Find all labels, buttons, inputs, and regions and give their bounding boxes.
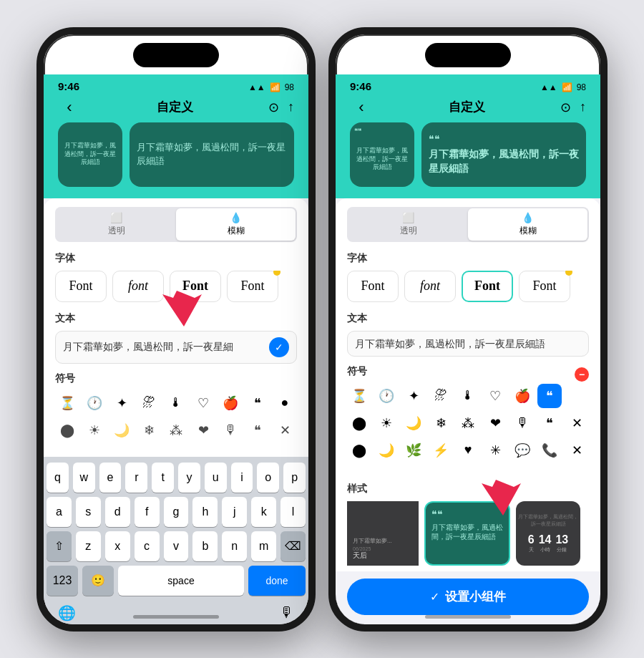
symbol-1-7[interactable]: ❝ xyxy=(245,391,270,415)
sym2-1-8[interactable] xyxy=(565,384,589,408)
key-y[interactable]: y xyxy=(178,463,200,493)
sym2-1-3[interactable]: ⛈ xyxy=(429,384,453,408)
symbol-1-2[interactable]: ✦ xyxy=(109,391,134,415)
key-k[interactable]: k xyxy=(251,497,276,527)
sym2-3-3[interactable]: ⚡ xyxy=(429,438,453,463)
key-space[interactable]: space xyxy=(118,566,244,596)
style-card-dark-2[interactable]: 月下霜華如夢... 06/2025 天后 xyxy=(347,501,419,566)
key-n[interactable]: n xyxy=(222,531,247,561)
widget-small-2[interactable]: ❝❝ 月下霜華如夢，風過松間，訴一夜星辰細語 xyxy=(350,122,414,187)
font-option-2-3[interactable]: Font xyxy=(519,271,570,302)
font-option-2-0[interactable]: Font xyxy=(347,271,399,302)
share-icon-1[interactable]: ↑ xyxy=(288,100,294,115)
symbol-2-0[interactable]: ⬤ xyxy=(55,418,79,442)
tab-transparent-2[interactable]: ⬜ 透明 xyxy=(348,208,468,241)
sym2-2-4[interactable]: ⁂ xyxy=(456,411,480,435)
key-b[interactable]: b xyxy=(192,531,218,561)
sym2-2-6[interactable]: 🎙 xyxy=(510,411,535,435)
key-i[interactable]: i xyxy=(231,463,253,493)
key-a[interactable]: a xyxy=(47,497,72,527)
font-option-2-2[interactable]: Font xyxy=(462,271,513,302)
sym2-2-0[interactable]: ⬤ xyxy=(347,411,371,435)
text-input-2[interactable]: 月下霜華如夢，風過松間，訴一夜星辰細語 xyxy=(347,331,589,357)
sym2-3-8[interactable]: ✕ xyxy=(565,438,589,463)
key-123[interactable]: 123 xyxy=(47,566,78,596)
set-widget-btn-2[interactable]: ✓ 设置小组件 xyxy=(347,579,589,615)
key-v[interactable]: v xyxy=(164,531,189,561)
back-button-2[interactable]: ‹ xyxy=(350,98,373,117)
key-d[interactable]: d xyxy=(105,497,130,527)
symbol-2-5[interactable]: ❤ xyxy=(191,418,215,442)
sym2-1-6[interactable]: 🍎 xyxy=(510,384,535,408)
key-h[interactable]: h xyxy=(192,497,218,527)
sym2-2-1[interactable]: ☀ xyxy=(374,411,399,435)
key-g[interactable]: g xyxy=(164,497,189,527)
sym2-2-5[interactable]: ❤ xyxy=(483,411,507,435)
sym2-2-8[interactable]: ✕ xyxy=(565,411,589,435)
symbol-1-3[interactable]: ⛈ xyxy=(137,391,161,415)
sym2-1-2[interactable]: ✦ xyxy=(401,384,426,408)
symbol-2-2[interactable]: 🌙 xyxy=(109,418,134,442)
key-r[interactable]: r xyxy=(125,463,147,493)
symbol-2-6[interactable]: 🎙 xyxy=(218,418,243,442)
sym2-3-4[interactable]: ♥ xyxy=(456,438,480,463)
key-m[interactable]: m xyxy=(251,531,276,561)
back-button-1[interactable]: ‹ xyxy=(58,98,81,117)
key-t[interactable]: t xyxy=(152,463,174,493)
key-shift[interactable]: ⇧ xyxy=(47,531,72,561)
symbol-1-4[interactable]: 🌡 xyxy=(164,391,188,415)
widget-small-1[interactable]: 月下霜華如夢，風過松間，訴一夜星辰細語 xyxy=(58,122,122,187)
key-s[interactable]: s xyxy=(76,497,101,527)
sym2-2-3[interactable]: ❄ xyxy=(429,411,453,435)
symbol-1-0[interactable]: ⏳ xyxy=(55,391,79,415)
sym2-3-5[interactable]: ✳ xyxy=(483,438,507,463)
symbol-2-4[interactable]: ⁂ xyxy=(164,418,188,442)
symbol-1-8[interactable]: ● xyxy=(273,391,297,415)
key-z[interactable]: z xyxy=(76,531,101,561)
key-x[interactable]: x xyxy=(105,531,130,561)
tab-blur-2[interactable]: 💧 模糊 xyxy=(468,208,587,241)
sym2-3-0[interactable]: ⬤ xyxy=(347,438,371,463)
sym2-1-7[interactable]: ❝ xyxy=(537,384,562,408)
key-u[interactable]: u xyxy=(205,463,227,493)
sym2-3-1[interactable]: 🌙 xyxy=(374,438,399,463)
key-done[interactable]: done xyxy=(248,566,306,596)
symbol-2-7[interactable]: ❝ xyxy=(245,418,270,442)
sym2-2-2[interactable]: 🌙 xyxy=(401,411,426,435)
symbol-2-1[interactable]: ☀ xyxy=(82,418,107,442)
mic-icon-1[interactable]: 🎙 xyxy=(280,604,294,621)
key-w[interactable]: w xyxy=(73,463,95,493)
sym2-1-0[interactable]: ⏳ xyxy=(347,384,371,408)
symbol-2-8[interactable]: ✕ xyxy=(273,418,297,442)
share-icon-2[interactable]: ↑ xyxy=(580,100,586,115)
symbol-2-3[interactable]: ❄ xyxy=(137,418,161,442)
globe-icon-1[interactable]: 🌐 xyxy=(58,604,76,621)
sym2-1-4[interactable]: 🌡 xyxy=(456,384,480,408)
text-confirm-btn-1[interactable]: ✓ xyxy=(269,337,289,357)
key-l[interactable]: l xyxy=(280,497,306,527)
widget-medium-2[interactable]: ❝❝ 月下霜華如夢，風過松間，訴一夜星辰細語 xyxy=(421,122,586,187)
symbol-remove-btn-2[interactable]: − xyxy=(575,367,589,382)
widget-medium-1[interactable]: 月下霜華如夢，風過松間，訴一夜星辰細語 xyxy=(130,122,294,187)
link-icon-1[interactable]: ⊙ xyxy=(268,100,279,115)
sym2-3-6[interactable]: 💬 xyxy=(510,438,535,463)
key-delete[interactable]: ⌫ xyxy=(280,531,306,561)
key-o[interactable]: o xyxy=(257,463,279,493)
symbol-1-1[interactable]: 🕐 xyxy=(82,391,107,415)
sym2-2-7[interactable]: ❝ xyxy=(537,411,562,435)
text-input-1[interactable]: 月下霜華如夢，風過松間，訴一夜星細 ✓ xyxy=(55,331,297,364)
key-emoji[interactable]: 🙂 xyxy=(82,566,114,596)
font-option-2-1[interactable]: font xyxy=(404,271,456,302)
tab-blur-1[interactable]: 💧 模糊 xyxy=(176,208,296,241)
sym2-3-7[interactable]: 📞 xyxy=(537,438,562,463)
key-c[interactable]: c xyxy=(135,531,160,561)
sym2-1-1[interactable]: 🕐 xyxy=(374,384,399,408)
font-option-1-0[interactable]: Font xyxy=(55,271,107,302)
sym2-1-5[interactable]: ♡ xyxy=(483,384,507,408)
sym2-3-2[interactable]: 🌿 xyxy=(401,438,426,463)
key-q[interactable]: q xyxy=(47,463,69,493)
key-e[interactable]: e xyxy=(99,463,122,493)
key-f[interactable]: f xyxy=(135,497,160,527)
tab-transparent-1[interactable]: ⬜ 透明 xyxy=(57,208,176,241)
key-p[interactable]: p xyxy=(283,463,306,493)
